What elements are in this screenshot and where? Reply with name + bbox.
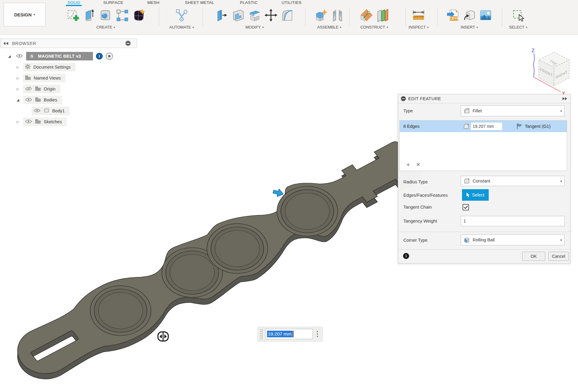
dimension-input[interactable]: 19.207 mm <box>265 329 313 339</box>
inspect-menu[interactable]: INSPECT▾ <box>409 25 429 29</box>
caret-down-icon: ▾ <box>560 179 562 183</box>
corner-type-dropdown[interactable]: Rolling Ball ▾ <box>461 234 565 245</box>
construct-menu[interactable]: CONSTRUCT▾ <box>360 25 388 29</box>
select-tool-icon[interactable] <box>510 7 526 23</box>
help-info-icon[interactable]: i <box>403 253 409 259</box>
design-workspace-menu[interactable]: DESIGN ▾ <box>4 3 46 26</box>
select-menu[interactable]: SELECT▾ <box>509 25 527 29</box>
collapse-browser-icon[interactable] <box>3 42 9 45</box>
type-dropdown[interactable]: Fillet ▾ <box>461 105 565 116</box>
tree-row-sketches[interactable]: ▷ Sketches <box>0 117 140 126</box>
dialog-header[interactable]: EDIT FEATURE <box>398 94 570 103</box>
tab-surface[interactable]: SURFACE <box>103 0 123 5</box>
ok-button[interactable]: OK <box>522 252 545 261</box>
tree-row-body1[interactable]: Body1 <box>0 106 140 115</box>
offset-plane-icon[interactable] <box>374 7 391 23</box>
corner-type-value: Rolling Ball <box>473 237 495 242</box>
extrude-icon[interactable] <box>81 7 97 23</box>
tree-row-origin[interactable]: ▷ Origin <box>0 84 140 94</box>
tab-mesh[interactable]: MESH <box>147 0 159 5</box>
browser-minimize-icon[interactable] <box>125 41 131 46</box>
dimension-input-widget: 19.207 mm <box>258 327 323 341</box>
cursor-icon <box>466 193 470 198</box>
edge-selection-list[interactable]: 8 Edges 19.207 mm Tangent (G1) + ✕ <box>399 120 567 171</box>
tab-plastic[interactable]: PLASTIC <box>240 0 258 5</box>
expanded-caret-icon[interactable]: ◢ <box>16 98 20 102</box>
tangent-chain-checkbox[interactable] <box>463 204 469 210</box>
continuity-flag-icon <box>516 123 523 130</box>
view-cube[interactable]: Z X TOP FRONT RIGHT <box>529 46 578 97</box>
more-options-icon[interactable] <box>316 330 319 338</box>
expanded-caret-icon[interactable]: ◢ <box>7 54 12 58</box>
replace-face-icon[interactable] <box>230 7 246 23</box>
eye-visible-icon[interactable] <box>16 54 23 59</box>
create-menu[interactable]: CREATE▾ <box>96 25 115 29</box>
edge-radius-input[interactable]: 19.207 mm <box>471 122 502 130</box>
insert-mesh-icon[interactable] <box>461 7 477 23</box>
eye-visible-icon[interactable] <box>25 119 32 124</box>
insert-menu[interactable]: INSERT▾ <box>461 25 478 29</box>
select-button[interactable]: Select <box>462 189 489 201</box>
view-cube-faces: TOP FRONT RIGHT <box>539 52 569 86</box>
eye-hidden-icon[interactable] <box>25 86 32 92</box>
dimension-value-selected[interactable]: 19.207 mm <box>267 331 292 337</box>
remove-edge-set-button[interactable]: ✕ <box>416 162 420 168</box>
automate-icon[interactable] <box>173 7 190 23</box>
eye-visible-icon[interactable] <box>25 97 32 103</box>
dialog-dock-icon[interactable] <box>563 97 567 100</box>
new-component-icon[interactable] <box>313 7 329 23</box>
form-box-icon[interactable] <box>130 7 147 23</box>
collapsed-caret-icon[interactable]: ▷ <box>16 76 20 80</box>
create-sketch-icon[interactable] <box>65 7 81 23</box>
folder-icon <box>35 97 41 103</box>
tree-row-document-settings[interactable]: ▷ Document Settings <box>0 63 140 72</box>
joint-icon[interactable] <box>329 7 346 23</box>
cancel-button[interactable]: Cancel <box>548 252 569 261</box>
tangency-weight-input[interactable] <box>461 216 565 226</box>
tree-row-named-views[interactable]: ▷ Named Views <box>0 73 140 83</box>
tab-sheet-metal[interactable]: SHEET METAL <box>185 0 214 5</box>
collapsed-caret-icon[interactable]: ▷ <box>16 87 20 91</box>
press-pull-icon[interactable] <box>214 7 230 23</box>
canvas-image-icon[interactable] <box>477 7 494 23</box>
move-copy-icon[interactable] <box>263 7 279 23</box>
add-edge-set-button[interactable]: + <box>406 162 410 168</box>
construct-plane-icon[interactable] <box>358 7 374 23</box>
create-form-icon[interactable] <box>97 7 114 23</box>
eye-visible-icon[interactable] <box>33 108 41 114</box>
root-document-item[interactable]: MAGNETIC BELT v3 <box>26 52 93 60</box>
drag-grip-icon[interactable] <box>260 329 262 339</box>
tree-row-label: Origin <box>44 87 56 91</box>
shell-icon[interactable] <box>246 7 263 23</box>
tab-solid[interactable]: SOLID <box>67 0 80 5</box>
measure-icon[interactable] <box>410 7 427 23</box>
pattern-icon[interactable] <box>114 7 130 23</box>
toolbar-group-construct: CONSTRUCT▾ <box>355 6 394 33</box>
tree-row-label: Sketches <box>44 119 62 124</box>
tree-row-root[interactable]: ◢ MAGNETIC BELT v3 I <box>0 52 140 61</box>
rolling-ball-icon <box>463 237 470 243</box>
dialog-collapse-icon[interactable] <box>401 96 406 101</box>
fillet-tool-icon[interactable] <box>279 7 296 23</box>
tab-utilities[interactable]: UTILITIES <box>282 0 302 5</box>
radius-type-dropdown[interactable]: Constant ▾ <box>461 176 565 186</box>
toolbar-group-modify: MODIFY▾ <box>207 6 303 33</box>
edge-set-row[interactable]: 8 Edges 19.207 mm Tangent (G1) <box>400 121 567 132</box>
flip-direction-handle[interactable] <box>156 330 170 343</box>
edges-faces-features-label: Edges/Faces/Features <box>403 193 448 198</box>
edge-count-label: 8 Edges <box>403 124 419 129</box>
z-axis-line <box>533 53 535 77</box>
design-menu-label: DESIGN <box>14 12 32 17</box>
automate-menu[interactable]: AUTOMATE▾ <box>169 25 194 29</box>
tree-row-bodies[interactable]: ◢ Bodies <box>0 95 140 104</box>
activate-component-radio[interactable] <box>106 53 113 60</box>
in-context-info-icon[interactable]: I <box>96 53 103 60</box>
text-caret <box>293 331 293 337</box>
insert-svg-icon[interactable]: SVG <box>445 7 461 23</box>
assemble-menu[interactable]: ASSEMBLE▾ <box>317 25 341 29</box>
collapsed-caret-icon[interactable]: ▷ <box>16 120 20 124</box>
tree-row-label: Document Settings <box>33 65 71 70</box>
modify-menu[interactable]: MODIFY▾ <box>245 25 264 29</box>
edge-manipulator-arrow[interactable] <box>272 184 290 200</box>
collapsed-caret-icon[interactable]: ▷ <box>16 65 20 69</box>
